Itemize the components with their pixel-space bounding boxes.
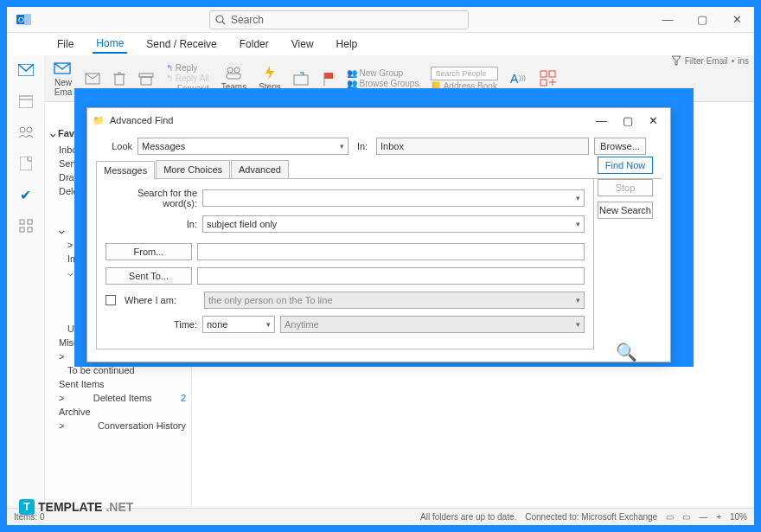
svg-text:A: A (510, 72, 519, 86)
move-button[interactable] (293, 71, 310, 87)
svg-rect-35 (20, 228, 24, 232)
svg-point-3 (216, 16, 223, 22)
sent-to-button[interactable]: Sent To... (106, 267, 192, 285)
stop-button[interactable]: Stop (598, 179, 653, 196)
svg-point-31 (27, 127, 32, 132)
menu-sendreceive[interactable]: Send / Receive (143, 35, 220, 53)
menu-folder[interactable]: Folder (236, 35, 272, 53)
new-search-button[interactable]: New Search (598, 202, 653, 219)
folder-archive[interactable]: Archive (45, 405, 191, 419)
watermark-logo-icon: T (19, 499, 35, 515)
reply-button[interactable]: ↰ Reply (166, 63, 209, 73)
flag-icon[interactable] (323, 71, 335, 87)
svg-rect-16 (294, 75, 308, 85)
menu-home[interactable]: Home (93, 35, 127, 54)
close-button[interactable]: ✕ (719, 7, 754, 33)
rail-mail-icon[interactable] (16, 61, 35, 80)
svg-rect-14 (227, 74, 240, 79)
browse-groups-button[interactable]: 👥 Browse Groups (347, 79, 419, 88)
menu-file[interactable]: File (54, 35, 77, 53)
folder-search-icon: 📁 (93, 115, 105, 126)
folder-sentitems[interactable]: Sent Items (45, 377, 191, 391)
tab-messages[interactable]: Messages (96, 161, 155, 179)
rail-people-icon[interactable] (16, 123, 35, 142)
svg-point-12 (227, 67, 233, 73)
look-select[interactable]: Messages▾ (137, 138, 349, 155)
search-words-label: Search for the word(s): (106, 188, 197, 208)
where-i-am-label: Where I am: (125, 295, 199, 305)
dialog-minimize-button[interactable]: — (596, 114, 607, 127)
rail-files-icon[interactable] (16, 154, 35, 173)
in-field-label: In: (106, 219, 197, 229)
view-reading-icon[interactable]: ▭ (682, 512, 690, 522)
in-folder-display: Inbox (376, 138, 589, 155)
delete-icon[interactable] (112, 71, 126, 87)
svg-rect-2 (24, 14, 31, 25)
new-email-button[interactable]: New Ema (54, 61, 73, 97)
magnifier-icon: 🔍 (616, 342, 637, 362)
svg-rect-34 (28, 220, 32, 224)
where-i-am-checkbox[interactable] (106, 295, 116, 305)
tab-advanced[interactable]: Advanced (231, 160, 289, 178)
dialog-tabs: Messages More Choices Advanced (96, 160, 662, 179)
read-aloud-button[interactable]: A))) (510, 71, 528, 87)
window-controls: — ▢ ✕ (650, 7, 754, 33)
svg-rect-28 (19, 96, 33, 108)
teams-icon (225, 65, 242, 80)
rail-more-icon[interactable] (16, 216, 35, 235)
search-words-input[interactable]: ▾ (202, 189, 585, 207)
maximize-button[interactable]: ▢ (685, 7, 719, 33)
from-input[interactable] (197, 243, 585, 260)
svg-text:O: O (18, 16, 24, 24)
menu-help[interactable]: Help (333, 35, 361, 53)
svg-rect-7 (115, 74, 124, 85)
dialog-close-button[interactable]: ✕ (649, 114, 658, 127)
svg-line-4 (222, 22, 225, 24)
view-normal-icon[interactable]: ▭ (666, 512, 674, 522)
from-button[interactable]: From... (106, 243, 192, 260)
global-search-input[interactable]: Search (209, 10, 469, 29)
folder-convhist[interactable]: > Conversation History (45, 419, 191, 433)
browse-button[interactable]: Browse... (594, 138, 646, 155)
dialog-title: Advanced Find (110, 115, 173, 125)
outlook-logo-icon: O (12, 8, 36, 32)
new-email-icon (54, 61, 73, 76)
search-people-input[interactable]: Search People (431, 67, 498, 80)
svg-rect-32 (20, 157, 32, 170)
svg-rect-21 (540, 71, 547, 77)
rail-calendar-icon[interactable] (16, 92, 35, 111)
time-label: Time: (106, 319, 197, 330)
left-rail: ✔ (7, 55, 45, 508)
menubar: File Home Send / Receive Folder View Hel… (7, 33, 754, 55)
svg-rect-22 (549, 71, 555, 77)
mail-icon[interactable] (85, 71, 100, 87)
minimize-button[interactable]: — (650, 7, 685, 33)
folder-deleted[interactable]: > Deleted Items2 (45, 391, 191, 405)
archive-icon[interactable] (138, 71, 154, 87)
sent-to-input[interactable] (197, 267, 585, 285)
apps-icon[interactable] (540, 70, 557, 87)
in-field-select[interactable]: subject field only▾ (202, 215, 585, 233)
svg-rect-10 (139, 74, 153, 77)
svg-rect-23 (540, 80, 547, 86)
filter-email-button[interactable]: Filter Email • ins (671, 55, 749, 66)
find-now-button[interactable]: Find Now (598, 157, 653, 174)
find-group: Search People 📒 Address Book (431, 67, 498, 91)
menu-view[interactable]: View (288, 35, 317, 53)
time-range-select: Anytime▾ (280, 316, 585, 333)
svg-point-13 (234, 67, 240, 73)
rail-todo-icon[interactable]: ✔ (16, 185, 35, 204)
time-select[interactable]: none▾ (202, 316, 275, 333)
svg-rect-11 (141, 77, 151, 85)
svg-rect-33 (20, 220, 24, 224)
filter-icon (671, 55, 681, 66)
titlebar: O Search — ▢ ✕ (7, 7, 754, 33)
search-placeholder: Search (231, 14, 264, 26)
dialog-maximize-button[interactable]: ▢ (623, 114, 633, 127)
dialog-titlebar: 📁 Advanced Find — ▢ ✕ (87, 108, 670, 132)
in-label: In: (354, 141, 371, 151)
status-uptodate: All folders are up to date. (420, 512, 516, 522)
tab-more-choices[interactable]: More Choices (156, 160, 230, 178)
new-group-button[interactable]: 👥 New Group (347, 68, 419, 78)
svg-marker-15 (265, 66, 274, 80)
